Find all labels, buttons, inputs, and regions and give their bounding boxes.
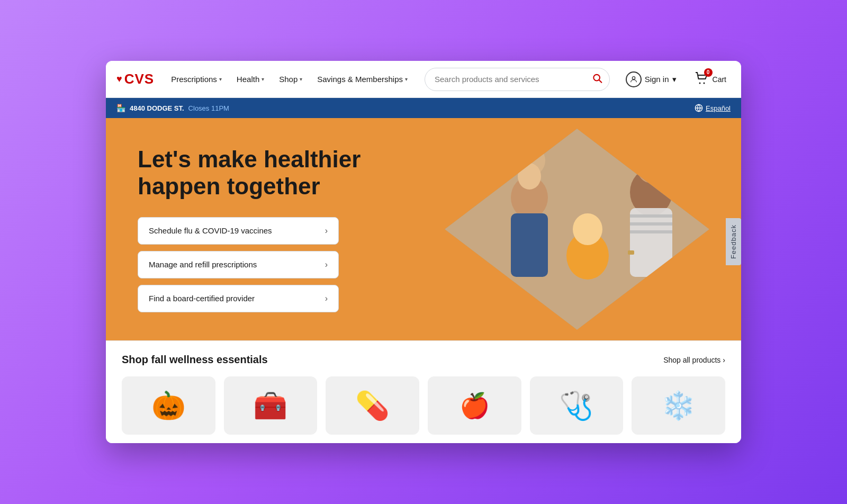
store-location-icon: 🏪: [116, 104, 125, 112]
nav-right: Sign in ▾ 0 Cart: [620, 67, 731, 92]
hero-section: Let's make healthier happen together Sch…: [106, 118, 741, 340]
store-info: 🏪 4840 DODGE ST. Closes 11PM: [116, 104, 229, 112]
search-input[interactable]: [425, 68, 610, 91]
chevron-down-icon: ▾: [262, 76, 264, 82]
svg-rect-15: [511, 213, 548, 277]
arrow-icon: ›: [325, 226, 328, 236]
section-title: Shop fall wellness essentials: [122, 354, 268, 366]
svg-point-2: [632, 76, 635, 79]
feedback-tab[interactable]: Feedback: [726, 218, 741, 265]
svg-rect-20: [630, 208, 672, 277]
globe-icon: [695, 104, 703, 112]
vitamins-icon: 🩺: [559, 390, 593, 422]
chevron-down-icon: ▾: [300, 76, 302, 82]
store-bar: 🏪 4840 DODGE ST. Closes 11PM Español: [106, 98, 741, 118]
cvs-logo-text: CVS: [124, 71, 154, 87]
products-section: Shop fall wellness essentials Shop all p…: [106, 340, 741, 443]
chevron-down-icon: ▾: [672, 75, 677, 84]
browser-window: ♥ CVS Prescriptions ▾ Health ▾ Shop ▾ Sa…: [106, 61, 741, 443]
svg-point-4: [703, 82, 705, 84]
health-food-icon: 🍎: [459, 391, 490, 420]
product-card-halloween[interactable]: 🎃: [122, 376, 215, 435]
chevron-down-icon: ▾: [219, 76, 222, 82]
nav-bar: ♥ CVS Prescriptions ▾ Health ▾ Shop ▾ Sa…: [106, 61, 741, 98]
cvs-logo[interactable]: ♥ CVS: [116, 71, 154, 87]
hero-content: Let's make healthier happen together Sch…: [138, 146, 376, 312]
hero-image-area: [413, 118, 741, 340]
cart-icon-wrapper: 0: [695, 71, 709, 87]
sign-in-button[interactable]: Sign in ▾: [620, 67, 682, 92]
search-icon: [592, 73, 602, 83]
hero-buttons: Schedule flu & COVID-19 vaccines › Manag…: [138, 217, 376, 312]
nav-prescriptions[interactable]: Prescriptions ▾: [165, 70, 228, 88]
svg-point-11: [625, 139, 646, 160]
cart-button[interactable]: 0 Cart: [690, 68, 731, 91]
halloween-bag-icon: 🎃: [151, 390, 186, 422]
search-container: [425, 68, 610, 91]
svg-point-3: [699, 82, 700, 84]
medicine-bottle-icon: 💊: [355, 390, 390, 422]
svg-point-27: [675, 160, 680, 166]
arrow-icon: ›: [325, 294, 328, 303]
nav-health[interactable]: Health ▾: [230, 70, 271, 88]
hero-family-illustration: [424, 118, 731, 340]
svg-point-26: [611, 144, 617, 150]
search-button[interactable]: [592, 73, 602, 86]
product-card-health-food[interactable]: 🍎: [428, 376, 521, 435]
find-provider-button[interactable]: Find a board-certified provider ›: [138, 285, 339, 312]
svg-point-19: [637, 154, 665, 183]
product-grid: 🎃 🧰 💊 🍎 🩺 ❄️: [122, 376, 725, 435]
cart-badge: 0: [704, 68, 713, 77]
closes-text: Closes 11PM: [188, 104, 229, 112]
product-card-vitamins[interactable]: 🩺: [530, 376, 624, 435]
arrow-right-icon: ›: [723, 356, 725, 364]
svg-point-17: [573, 213, 602, 245]
nav-savings[interactable]: Savings & Memberships ▾: [311, 70, 414, 88]
manage-prescriptions-button[interactable]: Manage and refill prescriptions ›: [138, 251, 339, 278]
cold-medicine-icon: ❄️: [661, 390, 696, 422]
nav-shop[interactable]: Shop ▾: [273, 70, 309, 88]
svg-point-12: [654, 174, 670, 190]
chevron-down-icon: ▾: [405, 76, 408, 82]
section-header: Shop fall wellness essentials Shop all p…: [122, 354, 725, 366]
svg-line-1: [599, 80, 601, 83]
first-aid-kit-icon: 🧰: [253, 390, 287, 422]
svg-point-14: [518, 163, 541, 190]
hero-title: Let's make healthier happen together: [138, 146, 376, 200]
arrow-icon: ›: [325, 260, 328, 269]
product-card-medicine[interactable]: 💊: [326, 376, 419, 435]
espanol-link[interactable]: Español: [695, 104, 731, 112]
svg-rect-24: [628, 250, 634, 255]
nav-links: Prescriptions ▾ Health ▾ Shop ▾ Savings …: [165, 70, 414, 88]
svg-point-25: [504, 151, 512, 159]
shop-all-link[interactable]: Shop all products ›: [663, 356, 725, 364]
user-icon: [626, 71, 642, 87]
cvs-heart-icon: ♥: [116, 74, 122, 85]
product-card-firstaid[interactable]: 🧰: [224, 376, 318, 435]
schedule-vaccines-button[interactable]: Schedule flu & COVID-19 vaccines ›: [138, 217, 339, 245]
product-card-cold[interactable]: ❄️: [632, 376, 725, 435]
